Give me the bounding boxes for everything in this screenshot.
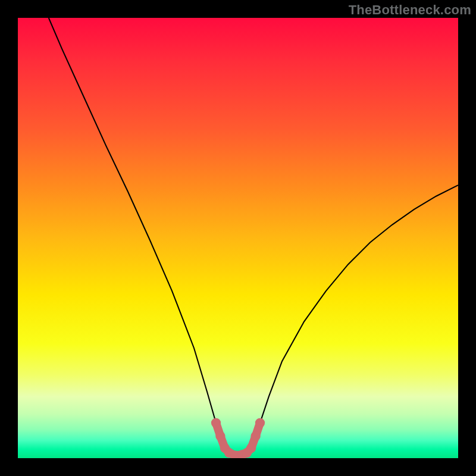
valley-marker — [250, 431, 260, 441]
valley-marker — [255, 418, 265, 428]
valley-marker — [211, 418, 221, 428]
chart-svg — [18, 18, 458, 458]
valley-marker — [215, 431, 225, 441]
valley-marker — [246, 443, 256, 453]
chart-frame: TheBottleneck.com — [0, 0, 476, 476]
bottleneck-curve-path — [49, 18, 458, 456]
watermark-text: TheBottleneck.com — [349, 2, 471, 18]
valley-highlight-markers — [211, 418, 265, 458]
plot-area — [18, 18, 458, 458]
